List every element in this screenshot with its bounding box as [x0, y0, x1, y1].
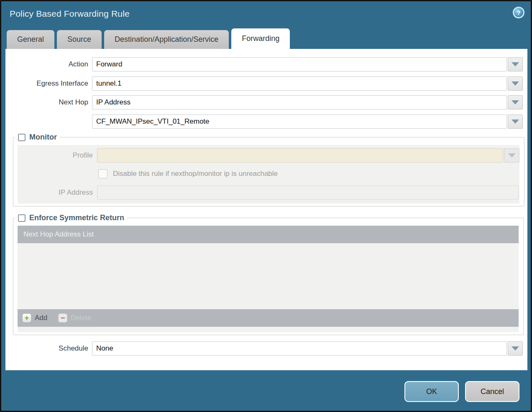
- profile-row: Profile: [18, 148, 519, 163]
- tab-general[interactable]: General: [7, 30, 54, 49]
- chevron-down-icon: [512, 62, 519, 66]
- monitor-legend-label: Monitor: [29, 133, 57, 142]
- delete-button-label: Delete: [71, 314, 91, 322]
- profile-label: Profile: [18, 151, 93, 160]
- profile-dropdown-button: [504, 148, 519, 163]
- next-hop-address-list-table: Next Hop Address List + Add − Delete: [18, 226, 519, 332]
- disable-rule-label: Disable this rule if nexthop/monitor ip …: [113, 170, 278, 178]
- schedule-dropdown-button[interactable]: [508, 341, 523, 356]
- egress-interface-row: Egress Interface tunnel.1: [5, 76, 527, 91]
- dialog-titlebar: Policy Based Forwarding Rule ?: [1, 1, 531, 28]
- cancel-button[interactable]: Cancel: [465, 381, 519, 402]
- dialog-footer: OK Cancel: [404, 381, 519, 402]
- egress-interface-dropdown-button[interactable]: [508, 76, 523, 91]
- egress-interface-label: Egress Interface: [5, 79, 88, 88]
- dialog-title: Policy Based Forwarding Rule: [10, 9, 130, 18]
- schedule-row: Schedule None: [5, 341, 527, 356]
- tab-destination-application-service[interactable]: Destination/Application/Service: [104, 30, 229, 49]
- next-hop-dropdown-button[interactable]: [508, 95, 523, 109]
- forwarding-panel: Action Forward Egress Interface tunnel.1…: [5, 49, 527, 370]
- monitor-section: Monitor Profile Disable this rule if nex…: [13, 133, 524, 206]
- tab-bar: General Source Destination/Application/S…: [7, 28, 531, 49]
- action-label: Action: [5, 60, 88, 69]
- delete-button: − Delete: [58, 313, 91, 323]
- next-hop-address-row: CF_MWAN_IPsec_VTI_01_Remote: [5, 114, 527, 129]
- next-hop-row: Next Hop IP Address: [5, 95, 527, 109]
- chevron-down-icon: [512, 100, 519, 104]
- egress-interface-input[interactable]: tunnel.1: [92, 76, 507, 91]
- monitor-ip-address-row: IP Address: [18, 186, 519, 200]
- action-row: Action Forward: [5, 57, 527, 71]
- enforce-symmetric-return-checkbox[interactable]: [18, 214, 26, 222]
- monitor-ip-address-label: IP Address: [18, 188, 93, 197]
- chevron-down-icon: [508, 153, 516, 158]
- pbf-rule-dialog: Policy Based Forwarding Rule ? General S…: [0, 0, 532, 412]
- action-dropdown-button[interactable]: [508, 57, 523, 71]
- next-hop-address-dropdown-button[interactable]: [508, 114, 523, 129]
- schedule-input[interactable]: None: [92, 341, 507, 356]
- table-bottom-strip: [18, 327, 519, 332]
- enforce-symmetric-return-legend: Enforce Symmetric Return: [15, 214, 127, 222]
- minus-icon: −: [58, 313, 67, 323]
- table-toolbar: + Add − Delete: [18, 309, 519, 327]
- chevron-down-icon: [512, 346, 519, 351]
- schedule-label: Schedule: [5, 344, 88, 353]
- enforce-symmetric-return-section: Enforce Symmetric Return Next Hop Addres…: [13, 214, 524, 335]
- add-button[interactable]: + Add: [22, 313, 47, 323]
- table-body[interactable]: [18, 243, 519, 309]
- chevron-down-icon: [512, 120, 519, 124]
- enforce-symmetric-return-legend-label: Enforce Symmetric Return: [29, 214, 124, 222]
- tab-forwarding[interactable]: Forwarding: [231, 28, 290, 49]
- disable-rule-row: Disable this rule if nexthop/monitor ip …: [98, 169, 519, 178]
- table-header: Next Hop Address List: [18, 226, 519, 243]
- chevron-down-icon: [512, 81, 519, 86]
- disable-rule-checkbox: [98, 169, 107, 178]
- plus-icon: +: [22, 313, 31, 323]
- add-button-label: Add: [35, 314, 47, 322]
- monitor-legend: Monitor: [15, 133, 60, 142]
- help-icon[interactable]: ?: [513, 7, 524, 18]
- table-header-label: Next Hop Address List: [23, 230, 94, 239]
- monitor-checkbox[interactable]: [18, 134, 26, 141]
- ok-button[interactable]: OK: [404, 381, 459, 402]
- profile-input: [97, 148, 503, 163]
- next-hop-label: Next Hop: [5, 98, 88, 107]
- next-hop-address-input[interactable]: CF_MWAN_IPsec_VTI_01_Remote: [92, 114, 507, 129]
- action-input[interactable]: Forward: [92, 57, 507, 71]
- monitor-body: Profile Disable this rule if nexthop/mon…: [18, 145, 519, 203]
- monitor-ip-address-input: [97, 186, 519, 200]
- next-hop-type-input[interactable]: IP Address: [92, 95, 507, 109]
- tab-source[interactable]: Source: [57, 30, 102, 49]
